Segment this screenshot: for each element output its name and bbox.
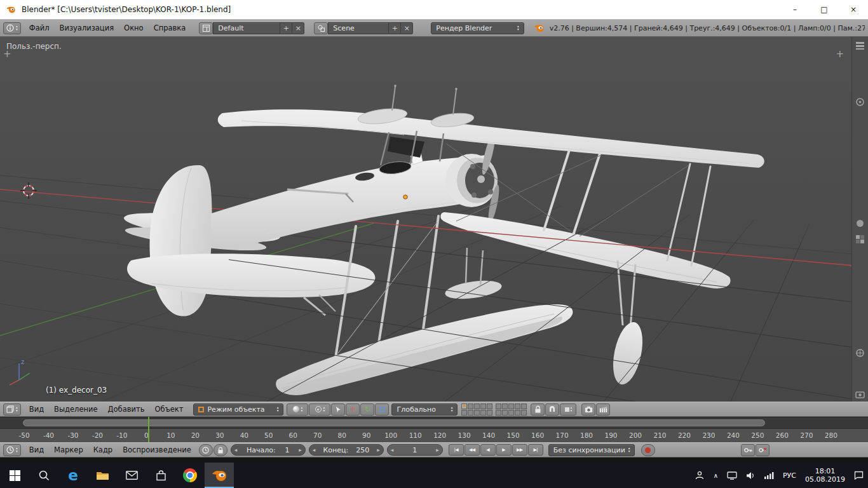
scene-field[interactable]: Scene: [328, 22, 389, 34]
volume-button[interactable]: [742, 463, 760, 488]
preview-range-button[interactable]: [199, 444, 213, 456]
manipulator-rotate-button[interactable]: ↻: [360, 403, 374, 416]
hidden-icons-button[interactable]: ∧: [709, 463, 722, 488]
menu-view3d-view[interactable]: Вид: [24, 403, 49, 415]
editor-type-button-info[interactable]: ▴▾: [3, 22, 21, 34]
layer-toggle[interactable]: [502, 410, 508, 416]
menu-timeline-marker[interactable]: Маркер: [49, 444, 88, 456]
layer-toggle[interactable]: [468, 403, 473, 409]
start-button[interactable]: [0, 463, 29, 488]
layer-toggle[interactable]: [480, 403, 486, 409]
chrome-button[interactable]: [175, 463, 205, 488]
minimize-button[interactable]: –: [780, 0, 810, 19]
viewport-shading-select[interactable]: ▴▾: [287, 403, 308, 416]
texture-tab-icon[interactable]: [855, 234, 865, 244]
clock[interactable]: 18:01 05.08.2019: [801, 463, 850, 488]
material-tab-icon[interactable]: [855, 219, 865, 228]
editor-type-button-timeline[interactable]: ▴▾: [3, 444, 21, 456]
tools-tab-icon[interactable]: [855, 97, 865, 107]
cursor-3d[interactable]: [20, 182, 37, 199]
layer-toggle[interactable]: [521, 403, 527, 409]
layer-toggle[interactable]: [480, 410, 486, 416]
maximize-button[interactable]: □: [810, 0, 839, 19]
record-button[interactable]: [641, 444, 655, 456]
viewport-canvas[interactable]: z: [0, 37, 868, 402]
expand-region-left-icon[interactable]: +: [3, 50, 11, 58]
network-button[interactable]: [722, 463, 742, 488]
increment-icon[interactable]: ▸: [299, 447, 302, 453]
layer-toggle[interactable]: [508, 403, 514, 409]
language-indicator[interactable]: РУС: [778, 463, 801, 488]
screen-layout-delete-button[interactable]: ×: [292, 22, 304, 34]
signal-button[interactable]: [760, 463, 778, 488]
layer-toggle[interactable]: [461, 410, 467, 416]
decrement-icon[interactable]: ◂: [313, 447, 316, 453]
lock-time-button[interactable]: [214, 444, 227, 456]
jump-to-next-keyframe-button[interactable]: ▶▶: [512, 444, 527, 456]
keying-set-button[interactable]: [741, 444, 755, 456]
menu-render[interactable]: Визуализация: [55, 22, 119, 34]
editor-type-button-view3d[interactable]: ▴▾: [3, 403, 21, 416]
blender-taskbar-button[interactable]: [205, 463, 234, 488]
layer-toggle[interactable]: [474, 403, 480, 409]
action-center-button[interactable]: [850, 463, 868, 488]
world-tab-icon[interactable]: [855, 348, 865, 358]
jump-to-prev-keyframe-button[interactable]: ◀◀: [465, 444, 480, 456]
file-explorer-button[interactable]: [88, 463, 117, 488]
opengl-render-image-button[interactable]: [581, 403, 595, 416]
menu-timeline-playback[interactable]: Воспроизведение: [118, 444, 196, 456]
render-tab-icon[interactable]: [855, 390, 865, 400]
opengl-render-animation-button[interactable]: [596, 403, 610, 416]
timeline-area[interactable]: [0, 417, 868, 428]
scene-browse-button[interactable]: [314, 22, 328, 34]
snap-toggle-button[interactable]: [545, 403, 559, 416]
layer-toggle[interactable]: [508, 410, 514, 416]
airplane-model[interactable]: [123, 85, 764, 395]
menu-window[interactable]: Окно: [119, 22, 149, 34]
timeline-scroll-handle[interactable]: [23, 419, 765, 426]
lock-layers-button[interactable]: [531, 403, 545, 416]
titlebar[interactable]: Blender* [C:\Users\tvister\Desktop\KOR-1…: [0, 0, 868, 19]
menu-timeline-view[interactable]: Вид: [24, 444, 49, 456]
menu-view3d-object[interactable]: Объект: [149, 403, 188, 415]
scene-add-button[interactable]: +: [389, 22, 401, 34]
properties-editor-icon[interactable]: [855, 41, 865, 50]
snap-element-select[interactable]: ▴▾: [560, 403, 576, 416]
frame-end-field[interactable]: ◂ Конец: 250 ▸: [309, 444, 384, 456]
transform-orientation-select[interactable]: Глобально ▴▾: [391, 403, 458, 416]
people-button[interactable]: [690, 463, 709, 488]
search-button[interactable]: [29, 463, 58, 488]
jump-to-end-button[interactable]: ▶|: [528, 444, 543, 456]
layer-toggle[interactable]: [487, 410, 492, 416]
screen-layout-browse-button[interactable]: [199, 22, 213, 34]
close-button[interactable]: ×: [839, 0, 868, 19]
layer-toggle[interactable]: [496, 410, 501, 416]
manipulator-toggle-button[interactable]: [331, 403, 345, 416]
render-engine-select[interactable]: Рендер Blender ▴▾: [431, 22, 524, 34]
scene-delete-button[interactable]: ×: [401, 22, 413, 34]
edge-button[interactable]: e: [58, 463, 88, 488]
increment-icon[interactable]: ▸: [377, 447, 380, 453]
menu-timeline-frame[interactable]: Кадр: [88, 444, 118, 456]
viewport-3d[interactable]: z Польз.-персп. (1) ex_decor_03 + +: [0, 37, 868, 402]
current-frame-indicator[interactable]: [148, 417, 149, 442]
play-reverse-button[interactable]: ◀: [480, 444, 496, 456]
remove-keying-set-button[interactable]: [756, 444, 770, 456]
layer-toggle[interactable]: [515, 403, 520, 409]
layer-toggle[interactable]: [502, 403, 508, 409]
play-button[interactable]: ▶: [496, 444, 512, 456]
jump-to-start-button[interactable]: |◀: [449, 444, 464, 456]
sync-mode-select[interactable]: Без синхронизации ▴▾: [548, 444, 635, 456]
layer-toggle[interactable]: [474, 410, 480, 416]
layer-toggle[interactable]: [487, 403, 492, 409]
screen-layout-field[interactable]: Default: [213, 22, 280, 34]
manipulator-scale-button[interactable]: [375, 403, 389, 416]
timeline-ruler[interactable]: -50-40-30-20-100102030405060708090100110…: [0, 428, 868, 442]
manipulator-translate-button[interactable]: +: [346, 403, 360, 416]
screen-layout-add-button[interactable]: +: [280, 22, 292, 34]
frame-start-field[interactable]: ◂ Начало: 1 ▸: [231, 444, 306, 456]
mode-select[interactable]: Режим объекта ▴▾: [193, 403, 283, 416]
layer-toggle[interactable]: [461, 403, 467, 409]
menu-file[interactable]: Файл: [24, 22, 55, 34]
layer-toggle[interactable]: [468, 410, 473, 416]
